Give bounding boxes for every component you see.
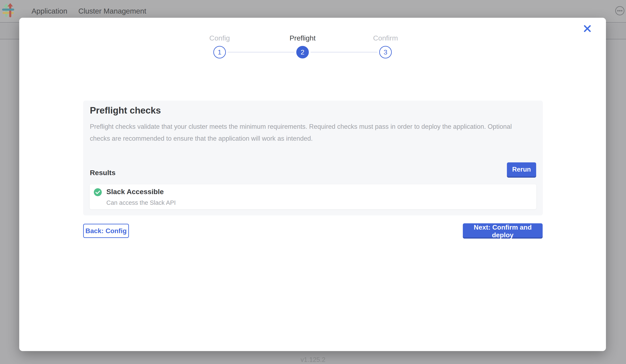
- next-confirm-deploy-button[interactable]: Next: Confirm and deploy: [463, 223, 543, 237]
- preflight-title: Preflight checks: [90, 105, 161, 116]
- preflight-check-row: Slack Accessible Can access the Slack AP…: [90, 184, 536, 209]
- rerun-button[interactable]: Rerun: [507, 162, 536, 177]
- stepper-step-preflight: Preflight 2: [275, 33, 330, 59]
- app-version-label: v1.125.2: [0, 356, 626, 364]
- preflight-card: Preflight checks Preflight checks valida…: [83, 100, 543, 215]
- step-label: Confirm: [358, 33, 413, 43]
- results-heading: Results: [90, 169, 116, 177]
- overflow-menu-icon[interactable]: [615, 6, 625, 15]
- step-number-badge: 1: [213, 46, 226, 59]
- back-config-button[interactable]: Back: Config: [83, 224, 129, 238]
- stepper-step-config: Config 1: [193, 33, 247, 59]
- step-number-badge: 3: [379, 46, 392, 59]
- check-pass-icon: [94, 188, 102, 196]
- deploy-wizard-modal: Config 1 Preflight 2 Confirm 3 Preflight…: [19, 18, 606, 351]
- step-label: Config: [193, 33, 247, 43]
- app-logo-icon: [2, 3, 15, 18]
- check-name: Slack Accessible: [106, 188, 164, 196]
- close-icon[interactable]: [582, 23, 593, 34]
- preflight-description: Preflight checks validate that your clus…: [90, 121, 529, 144]
- app-screen: Application Cluster Management v1.125.2 …: [0, 0, 626, 364]
- step-number-badge: 2: [296, 46, 309, 59]
- step-label: Preflight: [275, 33, 330, 43]
- check-detail: Can access the Slack API: [106, 199, 176, 206]
- stepper-step-confirm: Confirm 3: [358, 33, 413, 59]
